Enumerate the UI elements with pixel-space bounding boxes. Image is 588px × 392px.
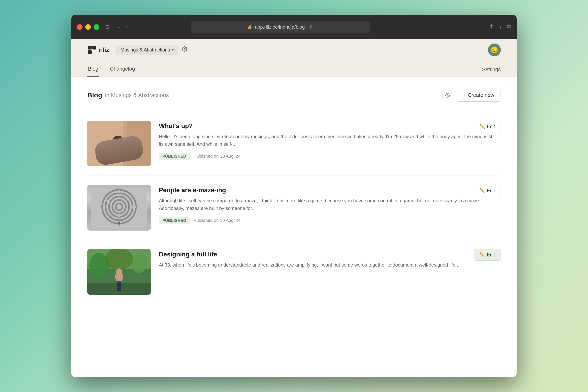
- workspace-name: Musings & Abstractions: [120, 47, 170, 53]
- post-body-3: Designing a full life At 33, when life's…: [159, 249, 501, 274]
- tab-blog[interactable]: Blog: [87, 66, 99, 76]
- svg-point-8: [112, 136, 124, 150]
- new-tab-icon[interactable]: ＋: [498, 23, 503, 31]
- page-actions: + Create new: [442, 89, 501, 102]
- svg-point-27: [131, 253, 147, 273]
- edit-button-2[interactable]: ✏️ Edit: [474, 185, 501, 196]
- svg-rect-9: [103, 146, 135, 148]
- post-date-2: Published on 10 Aug '24: [194, 218, 240, 223]
- pencil-icon-1: ✏️: [480, 124, 485, 129]
- page-header: Blog in Musings & Abstractions + Create …: [87, 89, 501, 102]
- main-content: Blog in Musings & Abstractions + Create …: [71, 77, 517, 377]
- address-bar[interactable]: 🔒 app.riliz.co/indhuja/blog ↻: [191, 22, 370, 32]
- app-header: riliz Musings & Abstractions ▾ 😊: [71, 39, 517, 61]
- svg-rect-31: [117, 281, 121, 291]
- post-image-3: [87, 249, 151, 295]
- edit-label-2: Edit: [487, 188, 495, 194]
- page-title: Blog: [87, 91, 102, 99]
- post-body-2: People are a-maze-ing Although life itse…: [159, 185, 501, 224]
- svg-point-3: [184, 48, 186, 50]
- browser-chrome: ‹ › 🔒 app.riliz.co/indhuja/blog ↻ ⬆ ＋ ⧉: [71, 15, 517, 39]
- post-thumbnail-2: [87, 185, 151, 230]
- post-excerpt-2: Although life itself can be compared to …: [159, 197, 501, 212]
- browser-actions: ⬆ ＋ ⧉: [489, 23, 511, 31]
- post-image-1: [87, 121, 151, 166]
- edit-button-1[interactable]: ✏️ Edit: [474, 121, 501, 132]
- forward-button[interactable]: ›: [124, 23, 129, 31]
- lock-icon: 🔒: [247, 24, 252, 30]
- create-new-button[interactable]: + Create new: [457, 89, 501, 102]
- workspace-selector[interactable]: Musings & Abstractions ▾: [116, 45, 178, 55]
- svg-rect-10: [127, 121, 151, 166]
- svg-point-21: [118, 222, 120, 224]
- maze-image: [91, 188, 147, 228]
- post-card-3: Designing a full life At 33, when life's…: [87, 240, 501, 304]
- post-date-1: Published on 10 Aug '24: [194, 154, 240, 159]
- post-body-1: What's up? Hello. It's been long since I…: [159, 121, 501, 160]
- post-thumbnail-3: [87, 249, 151, 295]
- published-badge-1: PUBLISHED: [159, 153, 190, 160]
- riliz-logo-icon: [87, 45, 97, 55]
- fullscreen-button[interactable]: [94, 24, 99, 30]
- edit-label-1: Edit: [487, 124, 495, 129]
- svg-point-4: [447, 94, 448, 96]
- published-badge-2: PUBLISHED: [159, 217, 190, 224]
- svg-rect-2: [88, 50, 92, 54]
- pencil-icon-3: ✏️: [480, 252, 485, 258]
- tabs-icon[interactable]: ⧉: [507, 23, 511, 31]
- pencil-icon-2: ✏️: [480, 188, 485, 193]
- page-subtitle: in Musings & Abstractions: [105, 92, 169, 98]
- browser-controls: ‹ ›: [106, 23, 129, 31]
- post-title-3: Designing a full life: [159, 251, 501, 258]
- app-content: riliz Musings & Abstractions ▾ 😊 Blog Ch…: [71, 39, 517, 377]
- edit-button-3[interactable]: ✏️ Edit: [474, 249, 501, 260]
- refresh-button[interactable]: ↻: [310, 24, 314, 30]
- logo-text: riliz: [99, 46, 109, 53]
- post-thumbnail-1: [87, 121, 151, 166]
- page-settings-button[interactable]: [442, 90, 453, 100]
- post-card: What's up? Hello. It's been long since I…: [87, 112, 501, 176]
- tab-changelog[interactable]: Changelog: [109, 66, 136, 76]
- avatar-emoji: 😊: [490, 46, 498, 54]
- post-excerpt-1: Hello. It's been long since I wrote abou…: [159, 133, 501, 148]
- svg-rect-6: [87, 121, 123, 166]
- post-meta-2: PUBLISHED Published on 10 Aug '24: [159, 217, 501, 224]
- back-button[interactable]: ‹: [116, 23, 121, 31]
- edit-label-3: Edit: [487, 252, 495, 258]
- minimize-button[interactable]: [85, 24, 91, 30]
- svg-rect-0: [88, 46, 92, 50]
- post-title-1: What's up?: [159, 122, 501, 130]
- post-card-2: People are a-maze-ing Although life itse…: [87, 176, 501, 240]
- page-title-section: Blog in Musings & Abstractions: [87, 91, 169, 99]
- post-meta-1: PUBLISHED Published on 10 Aug '24: [159, 153, 501, 160]
- svg-point-7: [103, 138, 135, 158]
- url-text: app.riliz.co/indhuja/blog: [255, 24, 305, 30]
- svg-point-30: [116, 268, 122, 276]
- browser-window: ‹ › 🔒 app.riliz.co/indhuja/blog ↻ ⬆ ＋ ⧉ …: [71, 15, 517, 377]
- svg-rect-1: [92, 46, 96, 50]
- header-gear-button[interactable]: [182, 46, 188, 53]
- sidebar-toggle-icon[interactable]: [106, 24, 114, 30]
- share-icon[interactable]: ⬆: [489, 23, 494, 31]
- svg-point-28: [105, 249, 133, 270]
- post-title-2: People are a-maze-ing: [159, 186, 501, 194]
- traffic-lights: [77, 24, 99, 30]
- workspace-chevron-icon: ▾: [172, 48, 174, 52]
- nav-settings-link[interactable]: Settings: [482, 66, 501, 76]
- nav-tabs: Blog Changelog Settings: [71, 61, 517, 77]
- logo: riliz: [87, 45, 109, 55]
- avatar[interactable]: 😊: [488, 44, 501, 56]
- close-button[interactable]: [77, 24, 82, 30]
- post-excerpt-3: At 33, when life's becoming understandab…: [159, 261, 501, 269]
